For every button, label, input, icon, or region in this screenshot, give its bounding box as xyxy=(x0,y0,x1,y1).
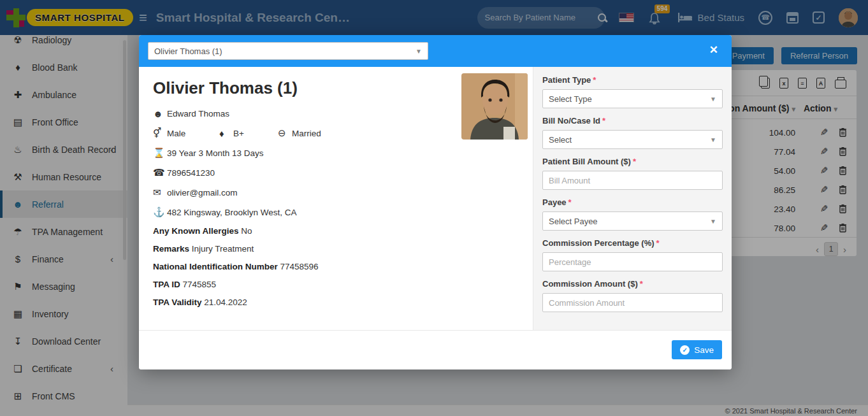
chevron-down-icon: ▼ xyxy=(710,136,716,143)
patient-type-select[interactable]: Select Type▼ xyxy=(542,89,723,108)
form-group-patient-type: Patient Type*Select Type▼ xyxy=(542,75,723,108)
referral-payment-modal: Olivier Thomas (1) ▼ ✕ Olivier Thomas (1… xyxy=(139,35,732,369)
form-group-commission-amount: Commission Amount ($)* xyxy=(542,279,723,312)
gender-icon: ⚥ xyxy=(153,127,167,139)
check-circle-icon: ✓ xyxy=(680,345,690,355)
chevron-down-icon: ▼ xyxy=(710,218,716,225)
app-window: SMART HOSPITAL ≡ Smart Hospital & Resear… xyxy=(0,0,868,416)
field-label: Patient Bill Amount ($)* xyxy=(542,157,723,166)
chevron-down-icon: ▼ xyxy=(710,96,716,103)
patient-info-row: ✉olivier@gmail.com xyxy=(153,187,519,198)
patient-info-row: ⚓482 Kingsway, Brooklyn West, CA xyxy=(153,206,519,218)
form-group-commission-percentage: Commission Percentage (%)* xyxy=(542,238,723,271)
commission-amount-input[interactable] xyxy=(542,293,723,312)
patient-attribute-remarks: Remarks Injury Treatment xyxy=(153,244,519,254)
field-label: Patient Type* xyxy=(542,75,723,85)
email-icon: ✉ xyxy=(153,187,167,198)
payee-select[interactable]: Select Payee▼ xyxy=(542,212,723,231)
marital-status-icon: ⊖ xyxy=(278,127,292,139)
modal-header: Olivier Thomas (1) ▼ ✕ xyxy=(139,35,732,67)
patient-info-row: ☎7896541230 xyxy=(153,167,519,178)
patient-info-row: ⌛39 Year 3 Month 13 Days xyxy=(153,147,519,159)
field-label: Payee* xyxy=(542,197,723,207)
age-icon: ⌛ xyxy=(153,147,167,159)
referral-form-panel: Patient Type*Select Type▼Bill No/Case Id… xyxy=(533,67,732,330)
field-label: Commission Percentage (%)* xyxy=(542,238,723,248)
commission-percentage-input[interactable] xyxy=(542,252,723,271)
bill-no-case-id-select[interactable]: Select▼ xyxy=(542,130,723,149)
patient-attribute-any-known-allergies: Any Known Allergies No xyxy=(153,226,519,236)
save-button[interactable]: ✓ Save xyxy=(672,340,722,359)
patient-attribute-national-identification-number: National Identification Number 77458596 xyxy=(153,262,519,271)
patient-attribute-tpa-id: TPA ID 7745855 xyxy=(153,280,519,289)
form-group-bill-no-case-id: Bill No/Case Id*Select▼ xyxy=(542,116,723,149)
patient-attribute-tpa-validity: TPA Validity 21.04.2022 xyxy=(153,298,519,307)
patient-details-panel: Olivier Thomas (1) ☻Edward Thomas⚥Male♦B… xyxy=(139,67,533,330)
chevron-down-icon: ▼ xyxy=(416,48,422,55)
patient-select[interactable]: Olivier Thomas (1) ▼ xyxy=(148,42,428,60)
close-icon[interactable]: ✕ xyxy=(709,43,718,57)
field-label: Commission Amount ($)* xyxy=(542,279,723,289)
patient-bill-amount-input[interactable] xyxy=(542,171,723,190)
address-icon: ⚓ xyxy=(153,206,167,218)
phone-icon: ☎ xyxy=(153,167,167,178)
modal-footer: ✓ Save xyxy=(139,330,732,369)
blood-group-icon: ♦ xyxy=(219,128,233,139)
patient-photo xyxy=(461,73,528,140)
form-group-payee: Payee*Select Payee▼ xyxy=(542,197,723,231)
form-group-patient-bill-amount: Patient Bill Amount ($)* xyxy=(542,157,723,190)
guardian-icon: ☻ xyxy=(153,108,167,119)
field-label: Bill No/Case Id* xyxy=(542,116,723,126)
